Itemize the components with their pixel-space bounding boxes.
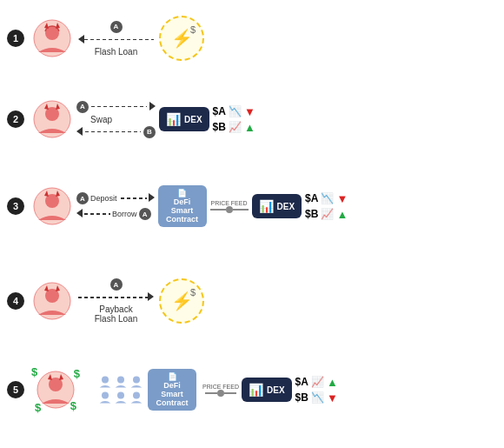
- flash-loan-diagram: 1 A Flash Loan: [0, 0, 504, 448]
- step-5-prices: $A 📈 ▲ $B 📉 ▼: [295, 376, 338, 405]
- step-1-row: 1 A Flash Loan: [0, 16, 504, 61]
- svg-point-20: [102, 377, 109, 384]
- step-3-prices: $A 📉 ▼ $B 📈 ▲: [305, 192, 348, 221]
- svg-point-25: [133, 392, 140, 399]
- step-4-row: 4 A Payback Flash Loan: [0, 278, 504, 324]
- step-3-arrows: A Deposit Borrow A: [76, 192, 155, 220]
- step-2-dex: 📊 DEX: [159, 107, 209, 131]
- step-2-prices: $A 📉 ▼ $B 📈 ▲: [213, 105, 255, 134]
- step-1-arrow-area: A Flash Loan: [78, 21, 154, 57]
- step-4-flash-icon: ⚡ $: [159, 278, 204, 324]
- step-1-number: 1: [0, 30, 31, 47]
- step-5-row: 5 $ $ $ $ 📄: [0, 365, 504, 414]
- step-2-label: Swap: [90, 115, 112, 124]
- step-5-user-group: [97, 375, 144, 405]
- step-2-number: 2: [0, 110, 31, 128]
- step-4-arrow-area: A Payback Flash Loan: [78, 278, 154, 324]
- step-5-pricefeed: PRICE FEED: [202, 384, 239, 397]
- step-1-avatar: [31, 17, 73, 59]
- svg-point-22: [133, 377, 140, 384]
- svg-point-21: [117, 377, 124, 384]
- svg-point-23: [102, 392, 109, 399]
- step-3-number: 3: [0, 197, 31, 215]
- step-1-label: Flash Loan: [95, 47, 137, 57]
- step-5-number: 5: [0, 381, 31, 398]
- step-3-defi: 📄 DeFi Smart Contract: [158, 185, 207, 227]
- step-3-pricefeed: PRICE FEED: [210, 200, 249, 213]
- step-2-arrow-area: A Swap B: [76, 101, 156, 138]
- step-5-defi: 📄 DeFi Smart Contract: [148, 369, 196, 411]
- svg-point-24: [117, 392, 124, 399]
- step-5-dex: 📊 DEX: [242, 378, 292, 402]
- step-1-flash-icon: ⚡ $: [159, 16, 204, 61]
- step-4-avatar: [31, 280, 73, 322]
- step-1-arrow: [78, 35, 154, 45]
- step-4-label: Payback Flash Loan: [95, 304, 137, 324]
- step-5-avatar: $ $ $ $: [31, 365, 80, 414]
- step-2-avatar: [31, 98, 73, 140]
- step-4-number: 4: [0, 292, 31, 310]
- step-3-row: 3 A Deposit Borrow A: [0, 185, 504, 227]
- step-3-dex: 📊 DEX: [252, 194, 302, 218]
- step-1-badge-a: A: [110, 21, 123, 33]
- step-2-row: 2 A Swap B: [0, 98, 504, 140]
- step-3-avatar: [31, 185, 73, 227]
